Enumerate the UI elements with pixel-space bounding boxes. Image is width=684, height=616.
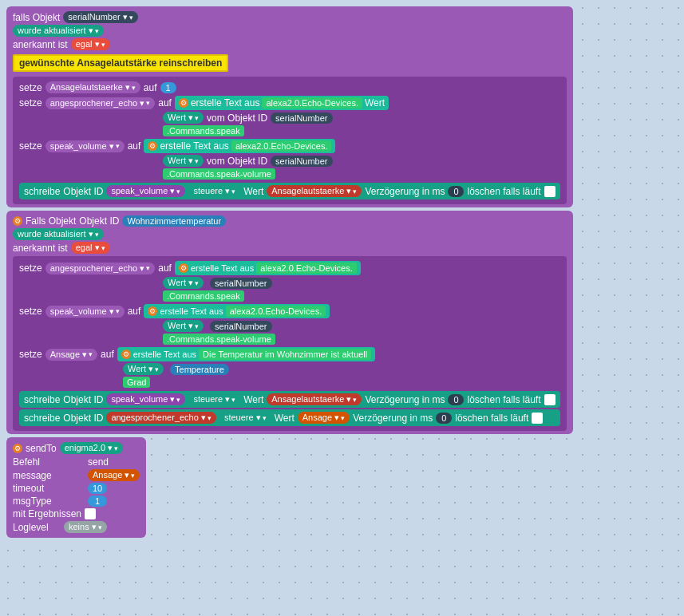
create-text-block1: ⚙ erstelle Text aus alexa2.0.Echo-Device…: [175, 96, 389, 110]
msgtype-val[interactable]: 1: [88, 496, 107, 507]
speak-volume-write-pill2[interactable]: speak_volume ▾: [106, 393, 185, 405]
gear-icon7[interactable]: ⚙: [13, 444, 22, 453]
loeschen-checkbox2[interactable]: [544, 394, 556, 405]
schreibe-label3: schreibe: [24, 413, 60, 424]
setze2-1-label: setze: [19, 263, 42, 274]
ansage-pill2[interactable]: Ansage ▾: [45, 349, 97, 361]
ansagelautstaerke-pill[interactable]: Ansagelautstaerke ▾: [45, 81, 140, 93]
timeout-label: timeout: [13, 483, 85, 494]
mit-ergebnissen-label: mit Ergebnissen: [13, 508, 81, 519]
anerkannt-label: anerkannt ist: [13, 39, 68, 50]
wurde-aktualisiert-pill2[interactable]: wurde aktualisiert ▾: [13, 228, 104, 240]
temperature-id-pill: Temperature: [170, 364, 229, 375]
alexa-devices1: alexa2.0.Echo-Devices.: [262, 97, 362, 109]
wurde-aktualisiert-pill[interactable]: wurde aktualisiert ▾: [13, 25, 104, 37]
gear-icon5[interactable]: ⚙: [148, 306, 157, 316]
steuere-pill1[interactable]: steuere ▾: [188, 185, 240, 197]
objekt-id-label3: Objekt ID: [63, 394, 103, 405]
vom-objekt-id1: vom Objekt ID: [207, 113, 267, 124]
loeschen-checkbox1[interactable]: [544, 186, 556, 197]
wert-dropdown1[interactable]: Wert ▾: [163, 112, 204, 124]
angesprochener-echo-write-pill[interactable]: angesprochener_echo ▾: [106, 412, 216, 424]
verzoegerung-label2: Verzögerung in ms: [365, 394, 445, 405]
verzoegerung-label3: Verzögerung in ms: [353, 413, 433, 424]
setze2-label: setze: [19, 97, 42, 109]
wert-label4: Wert: [243, 394, 263, 405]
auf1-label: auf: [144, 82, 157, 93]
commands-speak2: .Commands.speak: [163, 290, 244, 302]
objekt-id-label4: Objekt ID: [63, 413, 103, 424]
speak-volume-pill1[interactable]: speak_volume ▾: [45, 140, 125, 152]
note-block: gewünschte Ansagelautstärke reinschreibe…: [13, 54, 228, 72]
auf2-2-label: auf: [128, 306, 141, 317]
loeschen-label2: löschen falls läuft: [467, 394, 540, 405]
ansage-write-pill[interactable]: Ansage ▾: [298, 412, 350, 424]
verzoegerung-label1: Verzögerung in ms: [365, 186, 445, 197]
wert-dropdown5[interactable]: Wert ▾: [123, 363, 164, 375]
sendto-label: sendTo: [26, 443, 57, 454]
gear-icon6[interactable]: ⚙: [121, 349, 131, 359]
wert-dropdown2[interactable]: Wert ▾: [163, 155, 204, 167]
alexa-devices4: alexa2.0.Echo-Devices.: [226, 306, 326, 317]
gear-icon4[interactable]: ⚙: [179, 263, 188, 273]
setze1-label: setze: [19, 82, 42, 93]
ansage-pill3[interactable]: Ansage ▾: [88, 469, 140, 481]
alexa-devices2: alexa2.0.Echo-Devices.: [231, 140, 332, 152]
wohnzimmertemperatur-pill: Wohnzimmertemperatur: [122, 215, 226, 227]
egal-pill2[interactable]: egal ▾: [71, 242, 110, 254]
alexa-devices3: alexa2.0.Echo-Devices.: [256, 263, 357, 274]
serial-number-pill[interactable]: serialNumber ▾: [63, 11, 137, 23]
steuere-pill3[interactable]: steuere ▾: [219, 412, 271, 424]
vom-objekt-id2: vom Objekt ID: [207, 156, 267, 167]
angesprochener-echo-pill2[interactable]: angesprochener_echo ▾: [45, 263, 156, 274]
commands-speak-volume2: .Commands.speak-volume: [163, 334, 275, 345]
speak-volume-pill2[interactable]: speak_volume ▾: [45, 306, 125, 318]
ansagelautstaerke-write-pill[interactable]: Ansagelautstaerke ▾: [267, 185, 362, 197]
wert-label1: Wert: [365, 97, 385, 109]
msgtype-label: msgType: [13, 496, 85, 507]
message-label: message: [13, 470, 85, 481]
value-1[interactable]: 1: [160, 82, 176, 93]
serial-number-ref2: serialNumber: [271, 156, 332, 167]
ansagelautstaerke-write-pill2[interactable]: Ansagelautstaerke ▾: [267, 393, 362, 405]
setze2-3-label: setze: [19, 349, 42, 360]
egal-pill[interactable]: egal ▾: [71, 38, 110, 50]
auf2-label: auf: [158, 97, 172, 109]
objekt-id-label2: Objekt ID: [79, 215, 119, 227]
gear-icon2[interactable]: ⚙: [148, 141, 157, 151]
loglevel-label: Loglevel: [13, 522, 61, 533]
commands-speak1: .Commands.speak: [163, 125, 244, 136]
section2-block: ⚙ Falls Objekt Objekt ID Wohnzimmertempe…: [6, 211, 573, 434]
serial-number-ref4: serialNumber: [210, 321, 271, 332]
anerkannt-label2: anerkannt ist: [13, 243, 68, 254]
keins-pill[interactable]: keins ▾: [64, 521, 107, 533]
steuere-pill2[interactable]: steuere ▾: [188, 393, 240, 405]
loeschen-checkbox3[interactable]: [532, 413, 543, 424]
wert-dropdown4[interactable]: Wert ▾: [163, 320, 204, 332]
gear-icon1[interactable]: ⚙: [179, 98, 188, 108]
angesprochener-echo-pill1[interactable]: angesprochener_echo ▾: [45, 97, 156, 109]
befehl-label: Befehl: [13, 456, 85, 468]
create-text-block3: ⚙ erstelle Text aus alexa2.0.Echo-Device…: [175, 261, 361, 275]
gear-icon3[interactable]: ⚙: [13, 216, 22, 226]
mit-ergebnissen-checkbox[interactable]: [85, 508, 96, 519]
loeschen-label3: löschen falls läuft: [455, 413, 528, 424]
auf2-1-label: auf: [158, 263, 172, 274]
falls-label: falls Objekt: [13, 12, 60, 23]
die-temperatur-pill: Die Temperatur im Wohnzimmer ist aktuell: [199, 349, 371, 360]
falls-label2: Falls Objekt: [26, 215, 76, 227]
section1-block: falls Objekt serialNumber ▾ wurde aktual…: [6, 6, 573, 207]
sendto-header-row: ⚙ sendTo enigma2.0 ▾: [13, 442, 140, 454]
canvas: falls Objekt serialNumber ▾ wurde aktual…: [0, 0, 684, 616]
delay-val1: 0: [448, 186, 464, 197]
enigma-pill[interactable]: enigma2.0 ▾: [60, 442, 123, 454]
section3-block: ⚙ sendTo enigma2.0 ▾ Befehl send message…: [6, 437, 146, 538]
wert-dropdown3[interactable]: Wert ▾: [163, 277, 204, 289]
speak-volume-write-pill[interactable]: speak_volume ▾: [106, 185, 185, 197]
erstelle-text-label2: erstelle Text aus: [160, 140, 229, 152]
timeout-val[interactable]: 10: [88, 483, 107, 494]
commands-speak-volume1: .Commands.speak-volume: [163, 168, 275, 180]
auf2-3-label: auf: [101, 349, 114, 360]
loeschen-label1: löschen falls läuft: [467, 186, 540, 197]
serial-number-ref1: serialNumber: [271, 113, 332, 124]
